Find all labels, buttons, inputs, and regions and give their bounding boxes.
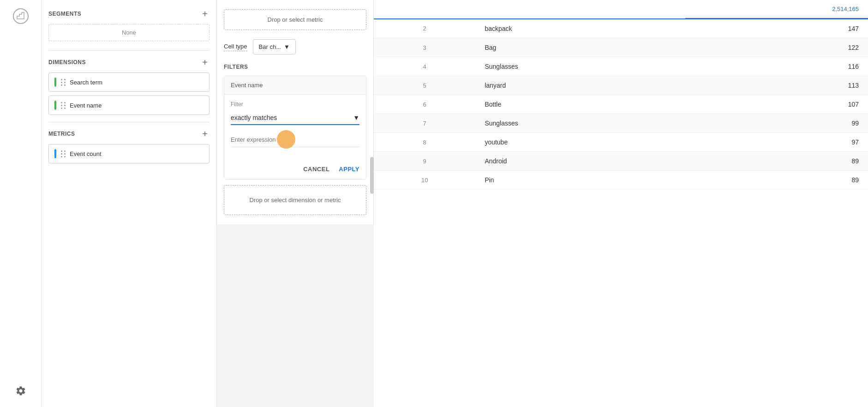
divider-2 — [48, 122, 210, 122]
table-row: 8 youtube 97 — [374, 133, 868, 152]
cell-type-select[interactable]: Bar ch... ▼ — [253, 39, 296, 54]
table-row: 5 lanyard 113 — [374, 76, 868, 95]
cell-rank: 4 — [374, 57, 475, 76]
cell-name: Android — [475, 152, 685, 171]
table-row: 2 backpack 147 — [374, 19, 868, 38]
dimension-search-term[interactable]: Search term — [48, 72, 210, 92]
drag-handle — [61, 79, 66, 86]
cell-value: 116 — [685, 57, 868, 76]
cell-value: 147 — [685, 19, 868, 38]
cell-value: 89 — [685, 171, 868, 190]
drop-dimension-metric-label: Drop or select dimension or metric — [250, 197, 341, 204]
expression-area — [231, 132, 359, 156]
drop-metric-label: Drop or select metric — [268, 16, 323, 23]
cell-name: lanyard — [475, 76, 685, 95]
cell-value: 97 — [685, 133, 868, 152]
cell-value: 89 — [685, 152, 868, 171]
sidebar — [0, 0, 42, 407]
add-segment-button[interactable]: + — [200, 9, 210, 18]
cell-rank: 5 — [374, 76, 475, 95]
table-header-row: 2,514,165 — [374, 0, 868, 19]
filter-body: Filter exactly matches ▼ CANCEL APPLY — [224, 95, 366, 179]
col-header-name — [475, 0, 685, 19]
segments-title: SEGMENTS — [48, 11, 81, 17]
filter-operator-select[interactable]: exactly matches ▼ — [231, 111, 359, 125]
scrollbar[interactable] — [370, 157, 374, 194]
filter-operator-value: exactly matches — [231, 114, 277, 121]
cell-name: backpack — [475, 19, 685, 38]
cell-name: youtube — [475, 133, 685, 152]
metrics-title: METRICS — [48, 131, 75, 137]
add-metric-button[interactable]: + — [200, 129, 210, 138]
cell-value: 122 — [685, 38, 868, 57]
middle-panel: Drop or select metric Cell type Bar ch..… — [217, 0, 374, 224]
filter-actions: CANCEL APPLY — [231, 166, 359, 173]
chevron-down-icon: ▼ — [284, 43, 290, 50]
cell-name: Sunglasses — [475, 114, 685, 133]
cancel-button[interactable]: CANCEL — [303, 166, 329, 173]
data-table: 2,514,165 2 backpack 147 3 Bag 122 4 Sun… — [374, 0, 868, 190]
dimension-indicator — [54, 78, 56, 87]
metric-indicator — [54, 149, 56, 158]
cell-name: Bag — [475, 38, 685, 57]
dimension-event-name[interactable]: Event name — [48, 96, 210, 115]
filter-dropdown-icon: ▼ — [353, 114, 359, 121]
right-panel: 2,514,165 2 backpack 147 3 Bag 122 4 Sun… — [374, 0, 868, 407]
cell-value: 107 — [685, 95, 868, 114]
drop-metric-box[interactable]: Drop or select metric — [224, 9, 366, 30]
cell-name: Bottle — [475, 95, 685, 114]
cell-value: 99 — [685, 114, 868, 133]
metrics-header: METRICS + — [48, 129, 210, 138]
segments-header: SEGMENTS + — [48, 9, 210, 18]
drag-handle-2 — [61, 102, 66, 109]
drag-handle-3 — [61, 150, 66, 157]
table-row: 4 Sunglasses 116 — [374, 57, 868, 76]
col-header-rank — [374, 0, 475, 19]
analytics-icon — [9, 5, 32, 28]
cell-type-label: Cell type — [224, 43, 247, 51]
left-panel: SEGMENTS + None DIMENSIONS + Search term… — [42, 0, 217, 407]
cell-rank: 6 — [374, 95, 475, 114]
gear-icon[interactable] — [15, 385, 26, 398]
apply-button[interactable]: APPLY — [339, 166, 359, 173]
table-row: 6 Bottle 107 — [374, 95, 868, 114]
filter-label: Filter — [231, 101, 359, 108]
cell-name: Pin — [475, 171, 685, 190]
svg-point-0 — [13, 9, 28, 24]
cell-rank: 8 — [374, 133, 475, 152]
filters-section: FILTERS Event name Filter exactly matche… — [224, 64, 366, 180]
dimension-label-2: Event name — [70, 102, 102, 109]
cell-name: Sunglasses — [475, 57, 685, 76]
metric-label: Event count — [70, 150, 102, 157]
add-dimension-button[interactable]: + — [200, 58, 210, 67]
table-row: 10 Pin 89 — [374, 171, 868, 190]
filter-card: Event name Filter exactly matches ▼ CANC… — [224, 76, 366, 180]
metric-event-count[interactable]: Event count — [48, 144, 210, 163]
filter-expression-input[interactable] — [231, 132, 359, 147]
filters-title: FILTERS — [224, 64, 366, 70]
table-row: 3 Bag 122 — [374, 38, 868, 57]
col-header-value[interactable]: 2,514,165 — [685, 0, 868, 19]
segment-none: None — [48, 24, 210, 41]
filter-field-label: Event name — [224, 76, 366, 95]
cell-value: 113 — [685, 76, 868, 95]
middle-panel-wrapper: Drop or select metric Cell type Bar ch..… — [217, 0, 374, 407]
table-row: 9 Android 89 — [374, 152, 868, 171]
cell-rank: 2 — [374, 19, 475, 38]
divider-1 — [48, 50, 210, 51]
cell-rank: 3 — [374, 38, 475, 57]
drop-dimension-metric-box[interactable]: Drop or select dimension or metric — [224, 185, 366, 215]
cell-rank: 9 — [374, 152, 475, 171]
dimensions-title: DIMENSIONS — [48, 59, 86, 66]
table-row: 7 Sunglasses 99 — [374, 114, 868, 133]
cell-rank: 10 — [374, 171, 475, 190]
cell-type-value: Bar ch... — [259, 43, 281, 50]
cell-rank: 7 — [374, 114, 475, 133]
dimension-indicator-2 — [54, 101, 56, 110]
dimensions-header: DIMENSIONS + — [48, 58, 210, 67]
table-body: 2 backpack 147 3 Bag 122 4 Sunglasses 11… — [374, 19, 868, 190]
cell-type-row: Cell type Bar ch... ▼ — [224, 39, 366, 54]
dimension-label: Search term — [70, 79, 102, 86]
